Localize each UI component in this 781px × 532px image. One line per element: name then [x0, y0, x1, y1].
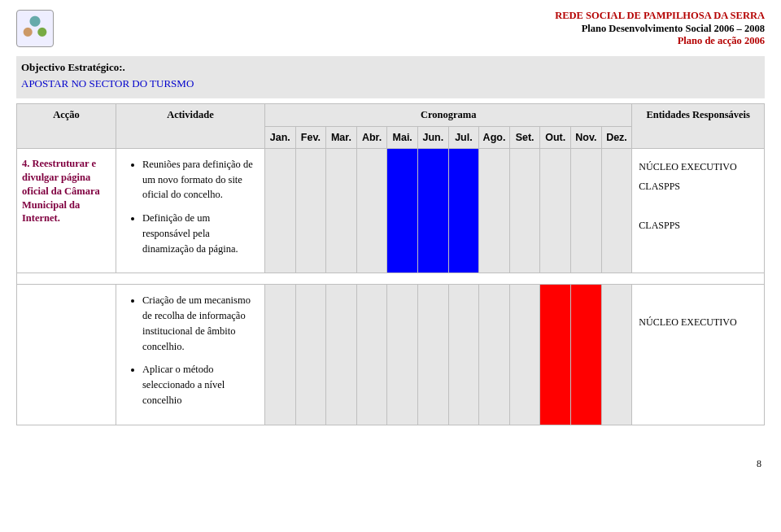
month-dez: Dez. [601, 126, 632, 148]
header-line-2: Plano Desenvolvimento Social 2006 – 2008 [555, 23, 765, 36]
cronograma-cell [601, 148, 632, 273]
month-mai: Mai. [387, 126, 418, 148]
cronograma-cell [295, 148, 326, 273]
cronograma-cell [448, 148, 479, 273]
page-number: 8 [16, 458, 765, 470]
cronograma-cell [571, 285, 602, 425]
row-spacer [17, 273, 765, 285]
accao-cell [17, 285, 116, 425]
cronograma-cell [295, 285, 326, 425]
accao-cell: 4. Reestruturar e divulgar página oficia… [17, 148, 116, 273]
header-line-3: Plano de acção 2006 [555, 35, 765, 48]
cronograma-cell [479, 148, 510, 273]
cronograma-cell [264, 148, 295, 273]
cronograma-cell [479, 285, 510, 425]
cronograma-cell [601, 285, 632, 425]
objective-banner: Objectivo Estratégico:. APOSTAR NO SECTO… [16, 56, 765, 98]
activity-item: Definição de um responsável pela dinamiz… [142, 211, 258, 256]
entidade-item: NÚCLEO EXECUTIVO [639, 157, 757, 177]
cronograma-cell [356, 148, 387, 273]
month-ago: Ago. [479, 126, 510, 148]
activity-item: Aplicar o método seleccionado a nível co… [142, 362, 258, 408]
cronograma-cell [264, 285, 295, 425]
entidade-item [639, 293, 757, 312]
cronograma-cell [326, 285, 357, 425]
cronograma-cell [509, 148, 540, 273]
objective-label: Objectivo Estratégico:. [21, 61, 760, 74]
cronograma-cell [540, 148, 571, 273]
cronograma-cell [326, 148, 357, 273]
entidade-item [639, 196, 757, 216]
plan-table: Acção Actividade Cronograma Entidades Re… [16, 103, 765, 425]
month-jul: Jul. [448, 126, 479, 148]
cronograma-cell [571, 148, 602, 273]
entidades-cell: NÚCLEO EXECUTIVOCLASPPS CLASPPS [632, 148, 765, 273]
activity-item: Criação de um mecanismo de recolha de in… [142, 293, 258, 354]
cronograma-cell [387, 148, 418, 273]
month-fev: Fev. [295, 126, 326, 148]
month-abr: Abr. [356, 126, 387, 148]
entidade-item: CLASPPS [639, 177, 757, 196]
cronograma-cell [417, 285, 448, 425]
month-mar: Mar. [326, 126, 357, 148]
table-row: 4. Reestruturar e divulgar página oficia… [17, 148, 765, 273]
logo-image [16, 10, 54, 47]
table-row: Criação de um mecanismo de recolha de in… [17, 285, 765, 425]
cronograma-cell [417, 148, 448, 273]
entidades-cell: NÚCLEO EXECUTIVO [632, 285, 765, 425]
objective-text: APOSTAR NO SECTOR DO TURSMO [21, 77, 760, 90]
col-header-actividade: Actividade [116, 103, 264, 148]
actividade-cell: Reuniões para definição de um novo forma… [116, 148, 264, 273]
entidade-item: CLASPPS [639, 216, 757, 235]
col-header-accao: Acção [17, 103, 116, 148]
month-nov: Nov. [571, 126, 602, 148]
month-set: Set. [509, 126, 540, 148]
cronograma-cell [387, 285, 418, 425]
month-out: Out. [540, 126, 571, 148]
cronograma-cell [448, 285, 479, 425]
header-line-1: REDE SOCIAL DE PAMPILHOSA DA SERRA [555, 10, 765, 23]
cronograma-cell [356, 285, 387, 425]
entidade-item: NÚCLEO EXECUTIVO [639, 312, 757, 332]
cronograma-cell [540, 285, 571, 425]
col-header-cronograma: Cronograma [264, 103, 631, 126]
month-jan: Jan. [264, 126, 295, 148]
month-jun: Jun. [417, 126, 448, 148]
actividade-cell: Criação de um mecanismo de recolha de in… [116, 285, 264, 425]
document-header: REDE SOCIAL DE PAMPILHOSA DA SERRA Plano… [555, 10, 765, 48]
cronograma-cell [509, 285, 540, 425]
col-header-entidades: Entidades Responsáveis [632, 103, 765, 148]
activity-item: Reuniões para definição de um novo forma… [142, 157, 258, 203]
